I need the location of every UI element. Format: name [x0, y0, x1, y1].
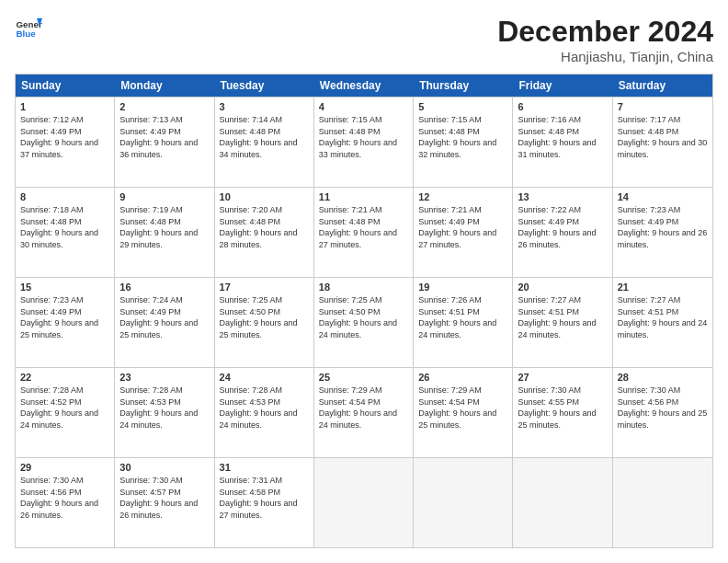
- calendar-cell: [414, 458, 513, 547]
- calendar-cell: 19Sunrise: 7:26 AMSunset: 4:51 PMDayligh…: [414, 278, 513, 367]
- day-number: 22: [20, 372, 109, 383]
- cell-info: Sunrise: 7:15 AMSunset: 4:48 PMDaylight:…: [319, 114, 408, 160]
- day-number: 31: [220, 462, 309, 473]
- cell-info: Sunrise: 7:30 AMSunset: 4:57 PMDaylight:…: [119, 475, 209, 521]
- calendar-cell: 10Sunrise: 7:20 AMSunset: 4:48 PMDayligh…: [215, 188, 314, 277]
- day-number: 11: [319, 191, 408, 202]
- day-number: 6: [518, 101, 607, 112]
- day-number: 7: [618, 101, 708, 112]
- day-number: 25: [319, 372, 408, 383]
- logo: General Blue: [15, 15, 42, 42]
- calendar-cell: 9Sunrise: 7:19 AMSunset: 4:48 PMDaylight…: [115, 188, 214, 277]
- calendar-cell: 6Sunrise: 7:16 AMSunset: 4:48 PMDaylight…: [513, 98, 612, 187]
- day-number: 12: [418, 191, 507, 202]
- cell-info: Sunrise: 7:30 AMSunset: 4:55 PMDaylight:…: [518, 385, 607, 431]
- calendar-cell: 17Sunrise: 7:25 AMSunset: 4:50 PMDayligh…: [215, 278, 314, 367]
- calendar-cell: 27Sunrise: 7:30 AMSunset: 4:55 PMDayligh…: [513, 368, 612, 457]
- calendar-row: 15Sunrise: 7:23 AMSunset: 4:49 PMDayligh…: [16, 277, 712, 367]
- cell-info: Sunrise: 7:27 AMSunset: 4:51 PMDaylight:…: [518, 294, 607, 340]
- svg-text:Blue: Blue: [17, 29, 37, 39]
- cell-info: Sunrise: 7:12 AMSunset: 4:49 PMDaylight:…: [20, 114, 109, 160]
- location: Hanjiashu, Tianjin, China: [497, 49, 713, 64]
- cell-info: Sunrise: 7:28 AMSunset: 4:53 PMDaylight:…: [119, 385, 209, 431]
- calendar-cell: 20Sunrise: 7:27 AMSunset: 4:51 PMDayligh…: [513, 278, 612, 367]
- calendar-header: SundayMondayTuesdayWednesdayThursdayFrid…: [16, 75, 712, 97]
- cell-info: Sunrise: 7:18 AMSunset: 4:48 PMDaylight:…: [20, 204, 109, 250]
- calendar-cell: [513, 458, 612, 547]
- cell-info: Sunrise: 7:30 AMSunset: 4:56 PMDaylight:…: [20, 475, 109, 521]
- day-number: 18: [319, 282, 408, 293]
- day-number: 28: [618, 372, 708, 383]
- calendar-cell: 29Sunrise: 7:30 AMSunset: 4:56 PMDayligh…: [16, 458, 115, 547]
- calendar-cell: 24Sunrise: 7:28 AMSunset: 4:53 PMDayligh…: [215, 368, 314, 457]
- calendar-cell: [314, 458, 414, 547]
- cell-info: Sunrise: 7:14 AMSunset: 4:48 PMDaylight:…: [220, 114, 309, 160]
- day-number: 29: [20, 462, 109, 473]
- title-block: December 2024 Hanjiashu, Tianjin, China: [497, 15, 713, 64]
- cell-info: Sunrise: 7:31 AMSunset: 4:58 PMDaylight:…: [220, 475, 309, 521]
- cell-info: Sunrise: 7:21 AMSunset: 4:48 PMDaylight:…: [319, 204, 408, 250]
- cell-info: Sunrise: 7:24 AMSunset: 4:49 PMDaylight:…: [119, 294, 209, 340]
- weekday-header: Thursday: [414, 75, 513, 97]
- cell-info: Sunrise: 7:25 AMSunset: 4:50 PMDaylight:…: [319, 294, 408, 340]
- day-number: 16: [119, 282, 209, 293]
- day-number: 30: [119, 462, 209, 473]
- weekday-header: Wednesday: [314, 75, 414, 97]
- cell-info: Sunrise: 7:19 AMSunset: 4:48 PMDaylight:…: [119, 204, 209, 250]
- calendar-row: 29Sunrise: 7:30 AMSunset: 4:56 PMDayligh…: [16, 457, 712, 547]
- calendar-cell: 28Sunrise: 7:30 AMSunset: 4:56 PMDayligh…: [613, 368, 712, 457]
- logo-icon: General Blue: [15, 15, 42, 42]
- calendar-cell: 15Sunrise: 7:23 AMSunset: 4:49 PMDayligh…: [16, 278, 115, 367]
- cell-info: Sunrise: 7:25 AMSunset: 4:50 PMDaylight:…: [220, 294, 309, 340]
- day-number: 10: [220, 191, 309, 202]
- day-number: 14: [618, 191, 708, 202]
- cell-info: Sunrise: 7:27 AMSunset: 4:51 PMDaylight:…: [618, 294, 708, 340]
- calendar-cell: 7Sunrise: 7:17 AMSunset: 4:48 PMDaylight…: [613, 98, 712, 187]
- day-number: 21: [618, 282, 708, 293]
- calendar-cell: 23Sunrise: 7:28 AMSunset: 4:53 PMDayligh…: [115, 368, 214, 457]
- cell-info: Sunrise: 7:26 AMSunset: 4:51 PMDaylight:…: [418, 294, 507, 340]
- cell-info: Sunrise: 7:23 AMSunset: 4:49 PMDaylight:…: [618, 204, 708, 250]
- cell-info: Sunrise: 7:16 AMSunset: 4:48 PMDaylight:…: [518, 114, 607, 160]
- day-number: 3: [220, 101, 309, 112]
- calendar-cell: 1Sunrise: 7:12 AMSunset: 4:49 PMDaylight…: [16, 98, 115, 187]
- cell-info: Sunrise: 7:22 AMSunset: 4:49 PMDaylight:…: [518, 204, 607, 250]
- cell-info: Sunrise: 7:23 AMSunset: 4:49 PMDaylight:…: [20, 294, 109, 340]
- calendar-cell: 31Sunrise: 7:31 AMSunset: 4:58 PMDayligh…: [215, 458, 314, 547]
- calendar-cell: 25Sunrise: 7:29 AMSunset: 4:54 PMDayligh…: [314, 368, 414, 457]
- calendar-cell: 26Sunrise: 7:29 AMSunset: 4:54 PMDayligh…: [414, 368, 513, 457]
- cell-info: Sunrise: 7:29 AMSunset: 4:54 PMDaylight:…: [319, 385, 408, 431]
- weekday-header: Saturday: [613, 75, 712, 97]
- calendar-cell: 12Sunrise: 7:21 AMSunset: 4:49 PMDayligh…: [414, 188, 513, 277]
- day-number: 2: [119, 101, 209, 112]
- day-number: 13: [518, 191, 607, 202]
- day-number: 15: [20, 282, 109, 293]
- day-number: 4: [319, 101, 408, 112]
- calendar-cell: 21Sunrise: 7:27 AMSunset: 4:51 PMDayligh…: [613, 278, 712, 367]
- calendar-cell: 3Sunrise: 7:14 AMSunset: 4:48 PMDaylight…: [215, 98, 314, 187]
- calendar-cell: [613, 458, 712, 547]
- cell-info: Sunrise: 7:15 AMSunset: 4:48 PMDaylight:…: [418, 114, 507, 160]
- cell-info: Sunrise: 7:13 AMSunset: 4:49 PMDaylight:…: [119, 114, 209, 160]
- calendar-cell: 18Sunrise: 7:25 AMSunset: 4:50 PMDayligh…: [314, 278, 414, 367]
- day-number: 23: [119, 372, 209, 383]
- calendar-cell: 2Sunrise: 7:13 AMSunset: 4:49 PMDaylight…: [115, 98, 214, 187]
- cell-info: Sunrise: 7:28 AMSunset: 4:52 PMDaylight:…: [20, 385, 109, 431]
- day-number: 9: [119, 191, 209, 202]
- calendar-row: 8Sunrise: 7:18 AMSunset: 4:48 PMDaylight…: [16, 187, 712, 277]
- weekday-header: Monday: [115, 75, 214, 97]
- day-number: 5: [418, 101, 507, 112]
- month-title: December 2024: [497, 15, 713, 49]
- calendar-cell: 4Sunrise: 7:15 AMSunset: 4:48 PMDaylight…: [314, 98, 414, 187]
- day-number: 8: [20, 191, 109, 202]
- calendar-cell: 22Sunrise: 7:28 AMSunset: 4:52 PMDayligh…: [16, 368, 115, 457]
- cell-info: Sunrise: 7:29 AMSunset: 4:54 PMDaylight:…: [418, 385, 507, 431]
- day-number: 1: [20, 101, 109, 112]
- cell-info: Sunrise: 7:30 AMSunset: 4:56 PMDaylight:…: [618, 385, 708, 431]
- day-number: 27: [518, 372, 607, 383]
- calendar-row: 22Sunrise: 7:28 AMSunset: 4:52 PMDayligh…: [16, 367, 712, 457]
- weekday-header: Tuesday: [215, 75, 314, 97]
- cell-info: Sunrise: 7:17 AMSunset: 4:48 PMDaylight:…: [618, 114, 708, 160]
- day-number: 24: [220, 372, 309, 383]
- calendar-cell: 16Sunrise: 7:24 AMSunset: 4:49 PMDayligh…: [115, 278, 214, 367]
